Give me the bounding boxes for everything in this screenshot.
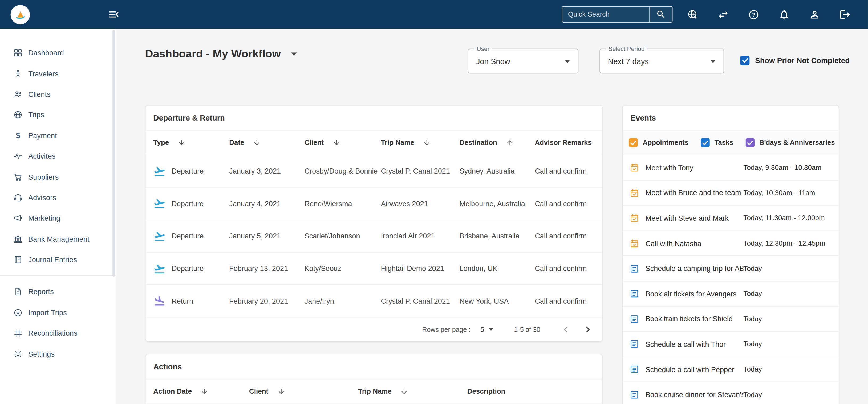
period-select[interactable]: Select Period Next 7 days [599, 49, 724, 74]
event-item[interactable]: Book air tickets for Avengers Today [623, 281, 839, 307]
event-item[interactable]: Meet with Tony Today, 9.30am - 10.30am [623, 156, 839, 181]
sidebar-item-payment[interactable]: $ Payment [0, 125, 116, 146]
app-logo[interactable] [10, 5, 30, 24]
table-row[interactable]: Departure January 4, 2021 Rene/Wiersma A… [146, 188, 602, 221]
sidebar-item-clients[interactable]: Clients [0, 84, 116, 105]
checkbox-checked-icon [701, 138, 710, 147]
page-title: Dashboard - My Workflow [145, 48, 281, 60]
event-item[interactable]: Schedule a camping trip for ABC gr.. Tod… [623, 256, 839, 281]
notifications-button[interactable] [777, 8, 790, 21]
card-header: Departure & Return [146, 106, 602, 131]
transfer-button[interactable] [716, 8, 730, 21]
event-time: Today [743, 315, 832, 323]
show-prior-checkbox[interactable]: Show Prior Not Completed [740, 56, 849, 65]
filter-label: Tasks [715, 139, 734, 147]
web-checkin-button[interactable] [686, 8, 699, 21]
sort-asc-icon [506, 139, 514, 147]
destination-cell: Brisbane, Australia [460, 232, 535, 240]
bdays-checkbox[interactable]: B'days & Anniversaries [745, 138, 835, 147]
main-content: Dashboard - My Workflow User Jon Snow Se… [116, 29, 868, 404]
rows-per-page-label: Rows per page : [422, 326, 470, 334]
menu-toggle-button[interactable] [107, 8, 121, 21]
table-row[interactable]: Departure January 3, 2021 Crosby/Doug & … [146, 156, 602, 188]
event-item[interactable]: Schedule a call with Thor Today [623, 332, 839, 357]
sidebar-item-advisors[interactable]: Advisors [0, 188, 116, 208]
table-row[interactable]: Departure January 5, 2021 Scarlet/Johans… [146, 220, 602, 252]
clients-icon [13, 90, 23, 99]
period-select-label: Select Period [606, 45, 647, 53]
departure-icon [153, 198, 166, 210]
search-icon [656, 9, 666, 19]
sidebar-item-label: Reports [28, 288, 54, 296]
help-button[interactable]: ? [747, 8, 760, 21]
calendar-check-icon [629, 213, 639, 223]
chevron-right-icon [582, 324, 594, 335]
event-time: Today [743, 265, 832, 272]
event-item[interactable]: Book train tickets for Shield Today [623, 307, 839, 332]
sidebar-item-trips[interactable]: Trips [0, 105, 116, 125]
remarks-cell: Call and confirm [535, 297, 594, 305]
client-cell: Scarlet/Johanson [305, 232, 381, 240]
sidebar-scrollbar[interactable] [113, 30, 115, 276]
events-card: Events Appointments Tasks B'days & Anniv… [622, 105, 839, 404]
sidebar-item-activities[interactable]: Activites [0, 146, 116, 167]
column-description[interactable]: Description [467, 388, 595, 396]
event-item[interactable]: Call with Natasha Today, 12.30pm - 12.45… [623, 231, 839, 256]
client-cell: Rene/Wiersma [305, 200, 381, 208]
sidebar-item-label: Bank Management [28, 235, 90, 243]
column-trip-name[interactable]: Trip Name [358, 388, 467, 396]
column-trip-name[interactable]: Trip Name [381, 139, 460, 147]
sidebar-divider [0, 275, 116, 276]
search-button[interactable] [650, 7, 672, 22]
column-destination[interactable]: Destination [460, 139, 535, 147]
sidebar-item-reports[interactable]: Reports [0, 281, 116, 302]
appointments-checkbox[interactable]: Appointments [629, 138, 688, 147]
next-page-button[interactable] [581, 323, 595, 336]
event-item[interactable]: Book cruise dinner for Stevan's fa... To… [623, 382, 839, 404]
event-time: Today, 10.30am - 11am [743, 189, 832, 197]
event-item[interactable]: Meet with Bruce and the team Today, 10.3… [623, 181, 839, 206]
logout-button[interactable] [838, 8, 851, 21]
column-date[interactable]: Date [229, 139, 305, 147]
column-label: Advisor Remarks [535, 139, 592, 147]
event-item[interactable]: Meet with Steve and Mark Today, 11.30am … [623, 206, 839, 231]
sidebar-item-import-trips[interactable]: Import Trips [0, 302, 116, 323]
column-advisor-remarks[interactable]: Advisor Remarks [535, 139, 594, 147]
remarks-cell: Call and confirm [535, 232, 594, 240]
quick-search-input[interactable] [562, 10, 649, 18]
tasks-checkbox[interactable]: Tasks [701, 138, 734, 147]
user-select[interactable]: User Jon Snow [468, 49, 579, 74]
account-button[interactable] [808, 8, 821, 21]
calendar-check-icon [629, 238, 639, 248]
sort-desc-icon [423, 139, 431, 147]
column-client[interactable]: Client [249, 388, 358, 396]
sidebar-item-dashboard[interactable]: Dashboard [0, 42, 116, 63]
event-time: Today [743, 391, 832, 398]
date-cell: January 5, 2021 [229, 232, 305, 240]
sidebar-item-label: Dashboard [28, 49, 64, 57]
column-action-date[interactable]: Action Date [153, 388, 249, 396]
transfer-icon [717, 8, 729, 20]
column-type[interactable]: Type [153, 139, 229, 147]
sidebar-item-reconciliations[interactable]: Reconciliations [0, 323, 116, 344]
events-filters: Appointments Tasks B'days & Anniversarie… [623, 130, 839, 156]
prev-page-button[interactable] [559, 323, 572, 336]
rows-per-page-select[interactable]: 5 [480, 326, 493, 334]
sidebar-item-settings[interactable]: Settings [0, 344, 116, 364]
sidebar-item-suppliers[interactable]: Suppliers [0, 167, 116, 188]
sidebar-item-travelers[interactable]: Travelers [0, 63, 116, 84]
trip-name-cell: Airwaves 2021 [381, 200, 460, 208]
column-label: Type [153, 139, 169, 147]
event-item[interactable]: Schedule a call with Pepper Today [623, 357, 839, 382]
table-row[interactable]: Return February 20, 2021 Jane/Iryn Cryst… [146, 285, 602, 317]
title-dropdown-button[interactable] [289, 50, 299, 58]
sidebar-item-marketing[interactable]: Marketing [0, 208, 116, 229]
actions-card: Actions Action Date Client Trip Name Des… [145, 354, 602, 404]
travelers-icon [13, 69, 23, 78]
sidebar-item-bank-management[interactable]: Bank Management [0, 229, 116, 249]
marketing-icon [13, 214, 23, 223]
event-time: Today [743, 340, 832, 348]
column-client[interactable]: Client [305, 139, 381, 147]
sidebar-item-journal-entries[interactable]: Journal Entries [0, 249, 116, 270]
table-row[interactable]: Departure February 13, 2021 Katy/Seouz H… [146, 252, 602, 285]
